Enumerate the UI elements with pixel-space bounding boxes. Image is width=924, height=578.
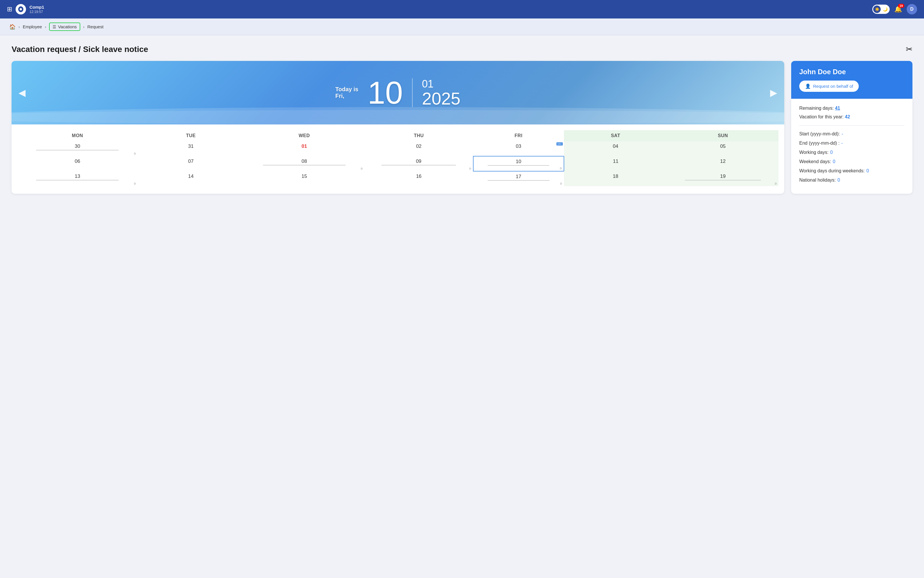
content-grid: ◀ Today is Fri, 10 01 2025 ▶ [11,61,913,194]
vacation-year-label: Vacation for this year: [799,114,844,119]
calendar-day-number: 10 [368,77,403,109]
remaining-days-value[interactable]: 41 [835,106,840,110]
calendar-header: ◀ Today is Fri, 10 01 2025 ▶ [11,61,784,125]
calendar-cell[interactable]: 12 [667,156,778,171]
breadcrumb: 🏠 › Employee › ☰ Vacations › Request [0,18,924,35]
calendar-cell[interactable]: 08D [244,156,364,171]
calendar-cell[interactable]: 09D [364,156,473,171]
day-number: 11 [565,159,666,164]
behalf-button[interactable]: 👤 Request on behalf of [799,81,859,92]
breadcrumb-home[interactable]: 🏠 [9,24,16,30]
calendar-cell[interactable]: 15 [244,171,364,186]
user-card: John Doe Doe 👤 Request on behalf of [791,61,913,99]
calendar-cell[interactable]: 06 [17,156,138,171]
day-number: 15 [245,174,363,179]
breadcrumb-request[interactable]: Request [87,24,103,29]
day-number: 18 [565,174,666,179]
calendar-cell[interactable]: 18 [564,171,667,186]
today-weekday: Fri, [335,93,358,99]
app-logo [16,4,26,15]
top-navigation: ⊞ Comp1 12:19:57 ☀️ 🌙 🔔 19 D [0,0,924,18]
user-avatar-button[interactable]: D [907,4,917,15]
calendar-month-year: 01 2025 [422,78,460,107]
main-content: Vacation request / Sick leave notice ✂ ◀… [0,35,924,203]
day-number: 04 [565,143,666,149]
day-underline [36,150,119,150]
day-underline [263,165,346,166]
weekday-fri: FRI [473,130,564,141]
day-number: 30 [18,143,136,149]
calendar-panel: ◀ Today is Fri, 10 01 2025 ▶ [11,61,784,194]
day-number: 10 [475,159,562,164]
day-underline [36,180,119,180]
calendar-cell[interactable]: 05 [667,141,778,156]
calendar-week-2: 13D14151617D1819D [17,171,778,186]
weekday-mon: MON [17,130,138,141]
start-date-value: - [841,132,843,136]
day-number: 14 [139,174,243,179]
notification-badge: 19 [898,4,905,8]
day-number: 19 [669,174,777,179]
day-number: 31 [139,143,243,149]
working-days-label: Working days: [799,150,828,155]
day-badge: D [775,182,777,185]
calendar-cell[interactable]: 01 [244,141,364,156]
calendar-weekday-row: MON TUE WED THU FRI SAT SUN [17,130,778,141]
day-underline [488,180,549,181]
calendar-cell[interactable]: 16 [364,171,473,186]
breadcrumb-arrow-1: › [18,24,20,29]
light-theme-btn[interactable]: ☀️ [873,5,881,13]
calendar-week-1: 060708D09D10D1112 [17,156,778,171]
end-date-row: End (yyyy-mm-dd) : - [799,141,905,146]
calendar-cell[interactable]: 10D [473,156,564,171]
day-number: 02 [365,143,472,149]
notifications-button[interactable]: 🔔 19 [894,5,902,13]
calendar-cell[interactable]: 13D [17,171,138,186]
day-badge: D [560,167,562,170]
calendar-cell[interactable]: 03VAC [473,141,564,156]
end-date-value: - [841,141,843,146]
dark-theme-btn[interactable]: 🌙 [881,5,889,13]
calendar-grid: MON TUE WED THU FRI SAT SUN 30D31010203V… [11,125,784,192]
weekday-wed: WED [244,130,364,141]
calendar-cell[interactable]: 04 [564,141,667,156]
working-weekends-value: 0 [867,168,869,174]
day-badge: D [560,182,562,185]
weekday-tue: TUE [138,130,244,141]
calendar-year: 2025 [422,90,460,107]
calendar-cell[interactable]: 07 [138,156,244,171]
end-date-label: End (yyyy-mm-dd) : [799,141,840,146]
today-label: Today is [335,86,358,93]
calendar-month: 01 [422,78,460,90]
calendar-cell[interactable]: 17D [473,171,564,186]
calendar-date-display: Today is Fri, 10 01 2025 [335,77,461,109]
vacation-year-row: Vacation for this year: 42 [799,114,905,120]
calendar-cell[interactable]: 11 [564,156,667,171]
breadcrumb-employee[interactable]: Employee [23,24,42,29]
calendar-cell[interactable]: 19D [667,171,778,186]
theme-toggle[interactable]: ☀️ 🌙 [872,5,890,14]
breadcrumb-vacations[interactable]: ☰ Vacations [49,23,80,31]
calendar-divider [412,78,412,107]
settings-icon[interactable]: ✂ [906,44,913,54]
calendar-cell[interactable]: 02 [364,141,473,156]
start-date-row: Start (yyyy-mm-dd): - [799,132,905,136]
person-icon: 👤 [805,83,811,89]
calendar-cell[interactable]: 30D [17,141,138,156]
working-days-row: Working days: 0 [799,150,905,155]
day-number: 16 [365,174,472,179]
calendar-cell[interactable]: 14 [138,171,244,186]
day-number: 03 [474,143,563,149]
grid-menu-icon[interactable]: ⊞ [7,5,12,13]
calendar-cell[interactable]: 31 [138,141,244,156]
calendar-next-button[interactable]: ▶ [770,87,777,98]
breadcrumb-arrow-2: › [45,24,46,29]
day-number: 06 [18,159,136,164]
start-date-label: Start (yyyy-mm-dd): [799,132,840,136]
remaining-days-label: Remaining days: [799,106,834,110]
vacation-year-value: 42 [845,114,850,119]
page-title: Vacation request / Sick leave notice [11,45,148,54]
weekday-sat: SAT [564,130,667,141]
calendar-prev-button[interactable]: ◀ [18,87,26,98]
day-number: 01 [245,143,363,149]
